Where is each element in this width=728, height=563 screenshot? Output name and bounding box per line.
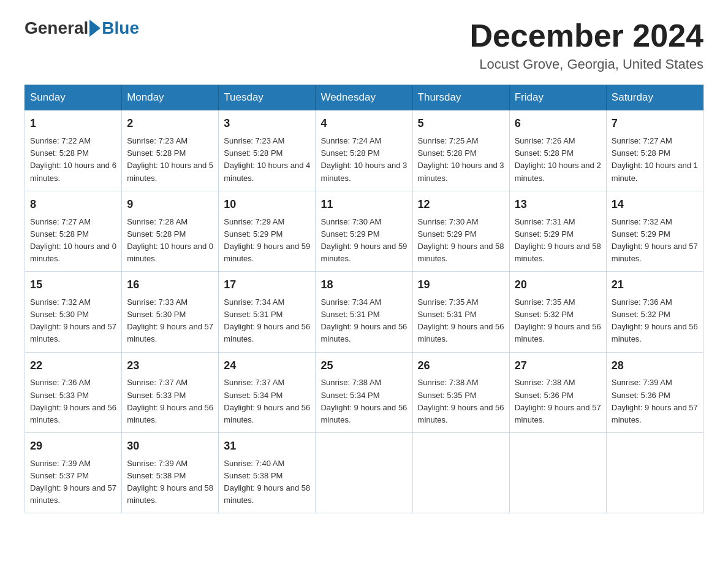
calendar-cell: 12Sunrise: 7:30 AMSunset: 5:29 PMDayligh…: [412, 191, 509, 271]
day-info: Sunrise: 7:34 AMSunset: 5:31 PMDaylight:…: [224, 296, 310, 346]
calendar-cell: 28Sunrise: 7:39 AMSunset: 5:36 PMDayligh…: [606, 352, 703, 432]
day-number: 17: [224, 277, 310, 294]
calendar-cell: 21Sunrise: 7:36 AMSunset: 5:32 PMDayligh…: [606, 272, 703, 352]
calendar-cell: 19Sunrise: 7:35 AMSunset: 5:31 PMDayligh…: [412, 272, 509, 352]
day-number: 16: [127, 277, 213, 294]
calendar-cell: [509, 433, 606, 513]
weekday-header-saturday: Saturday: [606, 85, 703, 110]
day-number: 12: [418, 196, 504, 213]
day-info: Sunrise: 7:30 AMSunset: 5:29 PMDaylight:…: [320, 216, 407, 266]
calendar-cell: 15Sunrise: 7:32 AMSunset: 5:30 PMDayligh…: [25, 272, 122, 352]
day-info: Sunrise: 7:27 AMSunset: 5:28 PMDaylight:…: [612, 135, 698, 185]
calendar-cell: [412, 433, 509, 513]
day-info: Sunrise: 7:38 AMSunset: 5:34 PMDaylight:…: [320, 377, 407, 426]
day-info: Sunrise: 7:22 AMSunset: 5:28 PMDaylight:…: [30, 135, 116, 185]
calendar-cell: 2Sunrise: 7:23 AMSunset: 5:28 PMDaylight…: [122, 110, 219, 191]
logo-general-text: General: [25, 18, 88, 38]
day-number: 25: [320, 358, 407, 375]
day-info: Sunrise: 7:34 AMSunset: 5:31 PMDaylight:…: [320, 296, 407, 346]
calendar-cell: 14Sunrise: 7:32 AMSunset: 5:29 PMDayligh…: [606, 191, 703, 271]
day-number: 28: [612, 358, 698, 375]
calendar-cell: 16Sunrise: 7:33 AMSunset: 5:30 PMDayligh…: [122, 272, 219, 352]
day-number: 3: [224, 115, 310, 132]
day-info: Sunrise: 7:25 AMSunset: 5:28 PMDaylight:…: [418, 135, 504, 185]
day-number: 18: [320, 277, 407, 294]
day-number: 13: [515, 196, 601, 213]
day-number: 31: [224, 438, 310, 455]
location-title: Locust Grove, Georgia, United States: [469, 56, 703, 72]
day-info: Sunrise: 7:28 AMSunset: 5:28 PMDaylight:…: [127, 216, 213, 266]
day-info: Sunrise: 7:37 AMSunset: 5:34 PMDaylight:…: [224, 377, 310, 426]
calendar-cell: 9Sunrise: 7:28 AMSunset: 5:28 PMDaylight…: [122, 191, 219, 271]
weekday-header-monday: Monday: [122, 85, 219, 110]
day-info: Sunrise: 7:36 AMSunset: 5:32 PMDaylight:…: [612, 296, 698, 346]
day-info: Sunrise: 7:35 AMSunset: 5:31 PMDaylight:…: [418, 296, 504, 346]
calendar-cell: 1Sunrise: 7:22 AMSunset: 5:28 PMDaylight…: [25, 110, 122, 191]
calendar-cell: 31Sunrise: 7:40 AMSunset: 5:38 PMDayligh…: [219, 433, 316, 513]
calendar-cell: 6Sunrise: 7:26 AMSunset: 5:28 PMDaylight…: [509, 110, 606, 191]
day-info: Sunrise: 7:31 AMSunset: 5:29 PMDaylight:…: [515, 216, 601, 266]
calendar-cell: 4Sunrise: 7:24 AMSunset: 5:28 PMDaylight…: [316, 110, 412, 191]
day-info: Sunrise: 7:23 AMSunset: 5:28 PMDaylight:…: [127, 135, 213, 185]
calendar-cell: 29Sunrise: 7:39 AMSunset: 5:37 PMDayligh…: [25, 433, 122, 513]
day-info: Sunrise: 7:37 AMSunset: 5:33 PMDaylight:…: [127, 377, 213, 426]
day-number: 4: [320, 115, 407, 132]
day-number: 7: [612, 115, 698, 132]
weekday-header-sunday: Sunday: [25, 85, 122, 110]
day-number: 24: [224, 358, 310, 375]
day-number: 22: [30, 358, 116, 375]
calendar-cell: 11Sunrise: 7:30 AMSunset: 5:29 PMDayligh…: [316, 191, 412, 271]
calendar-table: SundayMondayTuesdayWednesdayThursdayFrid…: [25, 85, 703, 513]
calendar-cell: 17Sunrise: 7:34 AMSunset: 5:31 PMDayligh…: [219, 272, 316, 352]
calendar-cell: 10Sunrise: 7:29 AMSunset: 5:29 PMDayligh…: [219, 191, 316, 271]
day-info: Sunrise: 7:33 AMSunset: 5:30 PMDaylight:…: [127, 296, 213, 346]
calendar-cell: 26Sunrise: 7:38 AMSunset: 5:35 PMDayligh…: [412, 352, 509, 432]
weekday-header-friday: Friday: [509, 85, 606, 110]
day-number: 21: [612, 277, 698, 294]
week-row-4: 22Sunrise: 7:36 AMSunset: 5:33 PMDayligh…: [25, 352, 703, 432]
day-info: Sunrise: 7:27 AMSunset: 5:28 PMDaylight:…: [30, 216, 116, 266]
day-info: Sunrise: 7:32 AMSunset: 5:30 PMDaylight:…: [30, 296, 116, 346]
day-number: 23: [127, 358, 213, 375]
page-header: General Blue December 2024 Locust Grove,…: [25, 18, 703, 72]
day-info: Sunrise: 7:26 AMSunset: 5:28 PMDaylight:…: [515, 135, 601, 185]
logo-arrow-icon: [89, 20, 100, 37]
week-row-3: 15Sunrise: 7:32 AMSunset: 5:30 PMDayligh…: [25, 272, 703, 352]
calendar-cell: 25Sunrise: 7:38 AMSunset: 5:34 PMDayligh…: [316, 352, 412, 432]
calendar-cell: 5Sunrise: 7:25 AMSunset: 5:28 PMDaylight…: [412, 110, 509, 191]
day-info: Sunrise: 7:36 AMSunset: 5:33 PMDaylight:…: [30, 377, 116, 426]
day-number: 5: [418, 115, 504, 132]
logo: General Blue: [25, 18, 139, 38]
calendar-cell: 18Sunrise: 7:34 AMSunset: 5:31 PMDayligh…: [316, 272, 412, 352]
title-section: December 2024 Locust Grove, Georgia, Uni…: [469, 18, 703, 72]
week-row-2: 8Sunrise: 7:27 AMSunset: 5:28 PMDaylight…: [25, 191, 703, 271]
calendar-cell: 27Sunrise: 7:38 AMSunset: 5:36 PMDayligh…: [509, 352, 606, 432]
weekday-header-thursday: Thursday: [412, 85, 509, 110]
weekday-header-tuesday: Tuesday: [219, 85, 316, 110]
day-number: 20: [515, 277, 601, 294]
calendar-cell: 22Sunrise: 7:36 AMSunset: 5:33 PMDayligh…: [25, 352, 122, 432]
day-number: 8: [30, 196, 116, 213]
day-number: 30: [127, 438, 213, 455]
calendar-cell: 13Sunrise: 7:31 AMSunset: 5:29 PMDayligh…: [509, 191, 606, 271]
day-number: 9: [127, 196, 213, 213]
week-row-1: 1Sunrise: 7:22 AMSunset: 5:28 PMDaylight…: [25, 110, 703, 191]
day-number: 26: [418, 358, 504, 375]
day-number: 29: [30, 438, 116, 455]
day-info: Sunrise: 7:39 AMSunset: 5:38 PMDaylight:…: [127, 458, 213, 507]
day-number: 1: [30, 115, 116, 132]
day-number: 19: [418, 277, 504, 294]
day-number: 15: [30, 277, 116, 294]
weekday-header-row: SundayMondayTuesdayWednesdayThursdayFrid…: [25, 85, 703, 110]
day-number: 10: [224, 196, 310, 213]
day-info: Sunrise: 7:24 AMSunset: 5:28 PMDaylight:…: [320, 135, 407, 185]
month-title: December 2024: [469, 18, 703, 53]
day-info: Sunrise: 7:23 AMSunset: 5:28 PMDaylight:…: [224, 135, 310, 185]
day-info: Sunrise: 7:30 AMSunset: 5:29 PMDaylight:…: [418, 216, 504, 266]
calendar-cell: 24Sunrise: 7:37 AMSunset: 5:34 PMDayligh…: [219, 352, 316, 432]
calendar-cell: 7Sunrise: 7:27 AMSunset: 5:28 PMDaylight…: [606, 110, 703, 191]
calendar-cell: 20Sunrise: 7:35 AMSunset: 5:32 PMDayligh…: [509, 272, 606, 352]
calendar-cell: [316, 433, 412, 513]
day-number: 27: [515, 358, 601, 375]
calendar-cell: 8Sunrise: 7:27 AMSunset: 5:28 PMDaylight…: [25, 191, 122, 271]
